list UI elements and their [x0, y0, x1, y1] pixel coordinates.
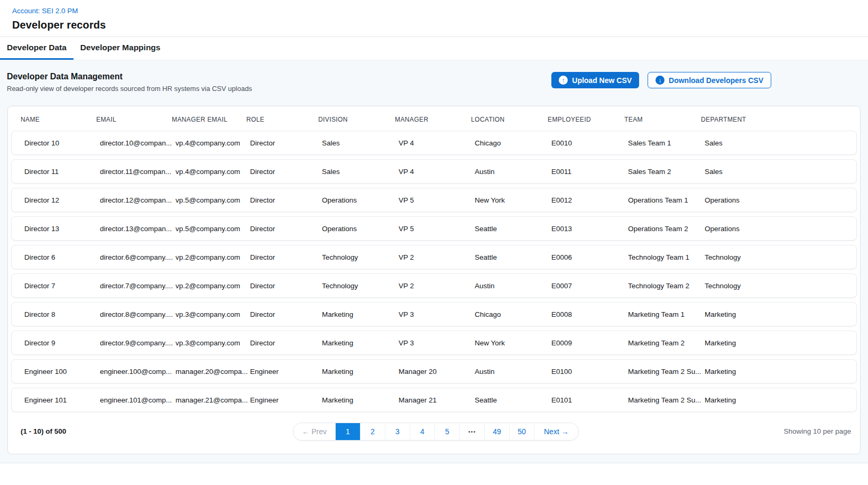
cell-location: Austin [475, 282, 551, 290]
table-row: Engineer 100 engineer.100@comp... manage… [11, 359, 857, 383]
cell-division: Technology [322, 253, 399, 261]
column-header-location: LOCATION [471, 116, 548, 123]
cell-role: Director [250, 196, 322, 204]
account-link[interactable]: Account: SEI 2.0 PM [12, 7, 78, 15]
section-titles: Developer Data Management Read-only view… [7, 72, 252, 93]
cell-manager-email: manager.20@compa... [176, 368, 250, 376]
section-buttons: ↑ Upload New CSV ↓ Download Developers C… [551, 72, 861, 88]
column-header-department: DEPARTMENT [701, 116, 855, 123]
cell-email: director.9@company.... [100, 339, 176, 347]
tab-developer-data[interactable]: Developer Data [0, 37, 73, 60]
cell-role: Director [250, 310, 322, 318]
cell-manager-email: vp.3@company.com [176, 339, 250, 347]
cell-department: Technology [705, 253, 851, 261]
cell-division: Marketing [322, 396, 399, 404]
download-developers-csv-button[interactable]: ↓ Download Developers CSV [648, 72, 771, 88]
cell-manager: VP 3 [399, 310, 475, 318]
cell-division: Marketing [322, 310, 399, 318]
upload-icon: ↑ [559, 76, 568, 85]
cell-division: Marketing [322, 339, 399, 347]
cell-department: Sales [705, 139, 851, 147]
section-title: Developer Data Management [7, 72, 252, 81]
cell-email: engineer.101@comp... [100, 396, 176, 404]
cell-role: Director [250, 168, 322, 176]
cell-role: Engineer [250, 368, 322, 376]
cell-location: Chicago [475, 139, 551, 147]
cell-department: Operations [705, 196, 851, 204]
cell-team: Operations Team 2 [628, 225, 705, 233]
tab-developer-mappings[interactable]: Developer Mappings [73, 37, 168, 60]
cell-employeeid: E0008 [551, 310, 628, 318]
cell-team: Marketing Team 2 Su... [628, 396, 705, 404]
cell-location: Seattle [475, 253, 551, 261]
cell-employeeid: E0011 [551, 168, 628, 176]
cell-department: Marketing [705, 396, 851, 404]
cell-name: Director 13 [24, 225, 100, 233]
column-header-employeeid: EMPLOYEEID [548, 116, 624, 123]
section-header: Developer Data Management Read-only view… [0, 60, 868, 93]
cell-division: Operations [322, 196, 399, 204]
cell-department: Marketing [705, 368, 851, 376]
cell-role: Director [250, 225, 322, 233]
table-row: Director 8 director.8@company.... vp.3@c… [11, 302, 857, 326]
column-header-role: ROLE [246, 116, 318, 123]
page-button-5[interactable]: 5 [435, 423, 459, 440]
next-page-button[interactable]: Next → [534, 423, 578, 440]
cell-division: Technology [322, 282, 399, 290]
cell-name: Director 12 [24, 196, 100, 204]
cell-department: Operations [705, 225, 851, 233]
cell-division: Operations [322, 225, 399, 233]
cell-department: Technology [705, 282, 851, 290]
cell-manager: VP 3 [399, 339, 475, 347]
cell-manager-email: vp.4@company.com [176, 168, 250, 176]
table-row: Engineer 101 engineer.101@comp... manage… [11, 388, 857, 412]
cell-manager: VP 5 [399, 225, 475, 233]
cell-manager-email: vp.5@company.com [176, 225, 250, 233]
cell-manager: VP 4 [399, 139, 475, 147]
page-header: Account: SEI 2.0 PM Developer records [0, 0, 868, 37]
content-area: Developer Data Management Read-only view… [0, 60, 868, 463]
cell-manager-email: vp.3@company.com [176, 310, 250, 318]
page-button-2[interactable]: 2 [360, 423, 385, 440]
cell-employeeid: E0013 [551, 225, 628, 233]
cell-employeeid: E0100 [551, 368, 628, 376]
cell-role: Director [250, 282, 322, 290]
cell-team: Technology Team 2 [628, 282, 705, 290]
cell-manager-email: vp.2@company.com [176, 282, 250, 290]
table-footer: (1 - 10) of 500 ← Prev 12345•••4950 Next… [8, 412, 860, 454]
cell-manager-email: vp.5@company.com [176, 196, 250, 204]
per-page-label: Showing 10 per page [579, 427, 851, 435]
page-button-50[interactable]: 50 [509, 423, 534, 440]
column-header-email: EMAIL [96, 116, 172, 123]
cell-manager: VP 2 [399, 282, 475, 290]
cell-name: Director 8 [24, 310, 100, 318]
table-row: Director 11 director.11@compan... vp.4@c… [11, 159, 857, 184]
page-button-49[interactable]: 49 [484, 423, 509, 440]
cell-location: Austin [475, 368, 551, 376]
cell-role: Engineer [250, 396, 322, 404]
page-button-4[interactable]: 4 [410, 423, 435, 440]
section-subtitle: Read-only view of developer records sour… [7, 85, 252, 93]
download-icon: ↓ [655, 76, 664, 85]
cell-team: Marketing Team 2 Su... [628, 368, 705, 376]
tab-bar: Developer Data Developer Mappings [0, 37, 868, 60]
cell-name: Director 7 [24, 282, 100, 290]
cell-email: engineer.100@comp... [100, 368, 176, 376]
page-button-1[interactable]: 1 [335, 423, 360, 440]
cell-department: Marketing [705, 339, 851, 347]
cell-name: Engineer 101 [24, 396, 100, 404]
cell-email: director.7@company.... [100, 282, 176, 290]
cell-employeeid: E0101 [551, 396, 628, 404]
column-header-division: DIVISION [318, 116, 395, 123]
prev-page-button[interactable]: ← Prev [293, 423, 335, 440]
table-row: Director 13 director.13@compan... vp.5@c… [11, 216, 857, 241]
cell-location: Seattle [475, 396, 551, 404]
table-row: Director 6 director.6@company.... vp.2@c… [11, 245, 857, 269]
cell-email: director.11@compan... [100, 168, 176, 176]
upload-button-label: Upload New CSV [572, 76, 632, 85]
cell-manager: VP 2 [399, 253, 475, 261]
page-button-3[interactable]: 3 [385, 423, 410, 440]
upload-new-csv-button[interactable]: ↑ Upload New CSV [551, 72, 639, 88]
cell-role: Director [250, 139, 322, 147]
cell-manager: Manager 20 [399, 368, 475, 376]
